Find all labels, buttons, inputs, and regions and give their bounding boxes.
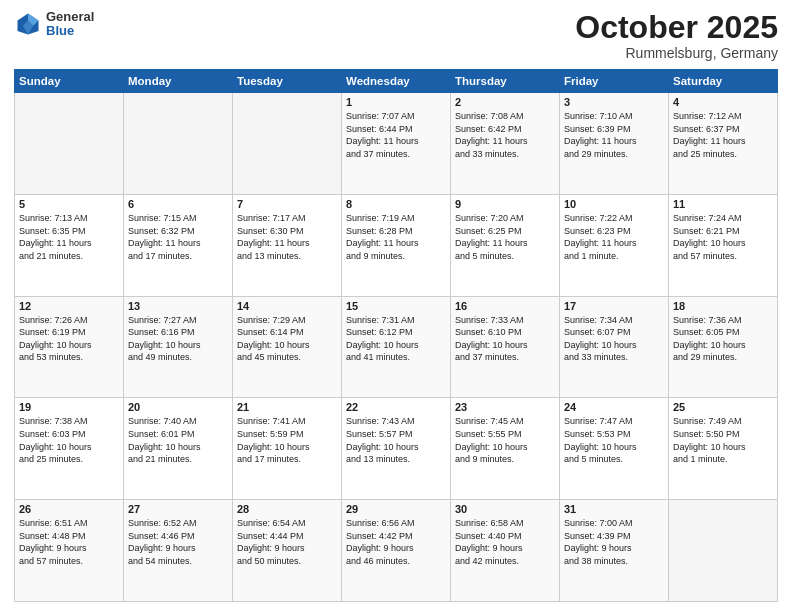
table-row: 3Sunrise: 7:10 AMSunset: 6:39 PMDaylight… xyxy=(560,93,669,195)
cell-content: Daylight: 11 hours xyxy=(564,135,664,148)
day-number: 28 xyxy=(237,503,337,515)
cell-content: Sunset: 6:19 PM xyxy=(19,326,119,339)
cell-content: Sunrise: 7:47 AM xyxy=(564,415,664,428)
cell-content: and 21 minutes. xyxy=(128,453,228,466)
col-saturday: Saturday xyxy=(669,70,778,93)
cell-content: and 17 minutes. xyxy=(128,250,228,263)
table-row: 20Sunrise: 7:40 AMSunset: 6:01 PMDayligh… xyxy=(124,398,233,500)
cell-content: Sunset: 6:12 PM xyxy=(346,326,446,339)
cell-content: and 57 minutes. xyxy=(673,250,773,263)
cell-content: Sunrise: 6:51 AM xyxy=(19,517,119,530)
month-title: October 2025 xyxy=(575,10,778,45)
table-row xyxy=(15,93,124,195)
cell-content: Daylight: 11 hours xyxy=(455,237,555,250)
cell-content: and 5 minutes. xyxy=(564,453,664,466)
calendar-table: Sunday Monday Tuesday Wednesday Thursday… xyxy=(14,69,778,602)
cell-content: Daylight: 9 hours xyxy=(19,542,119,555)
cell-content: Sunrise: 6:54 AM xyxy=(237,517,337,530)
cell-content: and 1 minute. xyxy=(673,453,773,466)
cell-content: Sunrise: 6:56 AM xyxy=(346,517,446,530)
cell-content: and 9 minutes. xyxy=(455,453,555,466)
cell-content: Sunrise: 7:17 AM xyxy=(237,212,337,225)
cell-content: and 13 minutes. xyxy=(346,453,446,466)
table-row: 7Sunrise: 7:17 AMSunset: 6:30 PMDaylight… xyxy=(233,194,342,296)
cell-content: Sunset: 6:39 PM xyxy=(564,123,664,136)
cell-content: and 9 minutes. xyxy=(346,250,446,263)
cell-content: Sunrise: 7:26 AM xyxy=(19,314,119,327)
cell-content: Daylight: 10 hours xyxy=(564,339,664,352)
table-row: 27Sunrise: 6:52 AMSunset: 4:46 PMDayligh… xyxy=(124,500,233,602)
cell-content: and 5 minutes. xyxy=(455,250,555,263)
cell-content: Daylight: 9 hours xyxy=(455,542,555,555)
cell-content: and 49 minutes. xyxy=(128,351,228,364)
cell-content: Sunrise: 7:29 AM xyxy=(237,314,337,327)
day-number: 11 xyxy=(673,198,773,210)
cell-content: Sunrise: 7:49 AM xyxy=(673,415,773,428)
table-row: 25Sunrise: 7:49 AMSunset: 5:50 PMDayligh… xyxy=(669,398,778,500)
logo-blue-text: Blue xyxy=(46,24,94,38)
cell-content: Sunrise: 7:33 AM xyxy=(455,314,555,327)
day-number: 7 xyxy=(237,198,337,210)
cell-content: and 33 minutes. xyxy=(455,148,555,161)
cell-content: Daylight: 11 hours xyxy=(346,135,446,148)
cell-content: Sunset: 6:01 PM xyxy=(128,428,228,441)
cell-content: Sunset: 4:46 PM xyxy=(128,530,228,543)
cell-content: Sunset: 5:59 PM xyxy=(237,428,337,441)
cell-content: and 29 minutes. xyxy=(564,148,664,161)
col-friday: Friday xyxy=(560,70,669,93)
table-row: 18Sunrise: 7:36 AMSunset: 6:05 PMDayligh… xyxy=(669,296,778,398)
cell-content: Sunset: 6:07 PM xyxy=(564,326,664,339)
table-row: 2Sunrise: 7:08 AMSunset: 6:42 PMDaylight… xyxy=(451,93,560,195)
cell-content: and 29 minutes. xyxy=(673,351,773,364)
cell-content: and 53 minutes. xyxy=(19,351,119,364)
day-number: 3 xyxy=(564,96,664,108)
calendar-week-row: 1Sunrise: 7:07 AMSunset: 6:44 PMDaylight… xyxy=(15,93,778,195)
cell-content: and 25 minutes. xyxy=(19,453,119,466)
cell-content: Sunrise: 7:10 AM xyxy=(564,110,664,123)
day-number: 24 xyxy=(564,401,664,413)
day-number: 19 xyxy=(19,401,119,413)
cell-content: and 50 minutes. xyxy=(237,555,337,568)
table-row: 8Sunrise: 7:19 AMSunset: 6:28 PMDaylight… xyxy=(342,194,451,296)
cell-content: Sunrise: 7:07 AM xyxy=(346,110,446,123)
cell-content: and 33 minutes. xyxy=(564,351,664,364)
table-row: 17Sunrise: 7:34 AMSunset: 6:07 PMDayligh… xyxy=(560,296,669,398)
day-number: 8 xyxy=(346,198,446,210)
day-number: 18 xyxy=(673,300,773,312)
cell-content: and 1 minute. xyxy=(564,250,664,263)
cell-content: Daylight: 10 hours xyxy=(19,441,119,454)
cell-content: Sunrise: 7:38 AM xyxy=(19,415,119,428)
cell-content: Daylight: 9 hours xyxy=(128,542,228,555)
cell-content: Sunrise: 7:43 AM xyxy=(346,415,446,428)
day-number: 10 xyxy=(564,198,664,210)
day-number: 17 xyxy=(564,300,664,312)
logo-general-text: General xyxy=(46,10,94,24)
day-number: 13 xyxy=(128,300,228,312)
cell-content: and 25 minutes. xyxy=(673,148,773,161)
day-number: 16 xyxy=(455,300,555,312)
table-row: 30Sunrise: 6:58 AMSunset: 4:40 PMDayligh… xyxy=(451,500,560,602)
table-row: 19Sunrise: 7:38 AMSunset: 6:03 PMDayligh… xyxy=(15,398,124,500)
cell-content: Daylight: 11 hours xyxy=(19,237,119,250)
cell-content: and 54 minutes. xyxy=(128,555,228,568)
cell-content: Daylight: 10 hours xyxy=(128,441,228,454)
cell-content: Daylight: 10 hours xyxy=(455,339,555,352)
day-number: 23 xyxy=(455,401,555,413)
cell-content: Daylight: 10 hours xyxy=(564,441,664,454)
header: General Blue October 2025 Rummelsburg, G… xyxy=(14,10,778,61)
cell-content: Sunrise: 7:24 AM xyxy=(673,212,773,225)
cell-content: and 46 minutes. xyxy=(346,555,446,568)
day-number: 9 xyxy=(455,198,555,210)
cell-content: Sunset: 6:23 PM xyxy=(564,225,664,238)
table-row: 15Sunrise: 7:31 AMSunset: 6:12 PMDayligh… xyxy=(342,296,451,398)
logo-text: General Blue xyxy=(46,10,94,39)
cell-content: Sunset: 5:57 PM xyxy=(346,428,446,441)
cell-content: Sunrise: 7:34 AM xyxy=(564,314,664,327)
calendar-week-row: 19Sunrise: 7:38 AMSunset: 6:03 PMDayligh… xyxy=(15,398,778,500)
cell-content: and 37 minutes. xyxy=(455,351,555,364)
cell-content: Sunrise: 6:58 AM xyxy=(455,517,555,530)
col-monday: Monday xyxy=(124,70,233,93)
table-row xyxy=(124,93,233,195)
cell-content: Sunrise: 6:52 AM xyxy=(128,517,228,530)
cell-content: Sunset: 4:48 PM xyxy=(19,530,119,543)
